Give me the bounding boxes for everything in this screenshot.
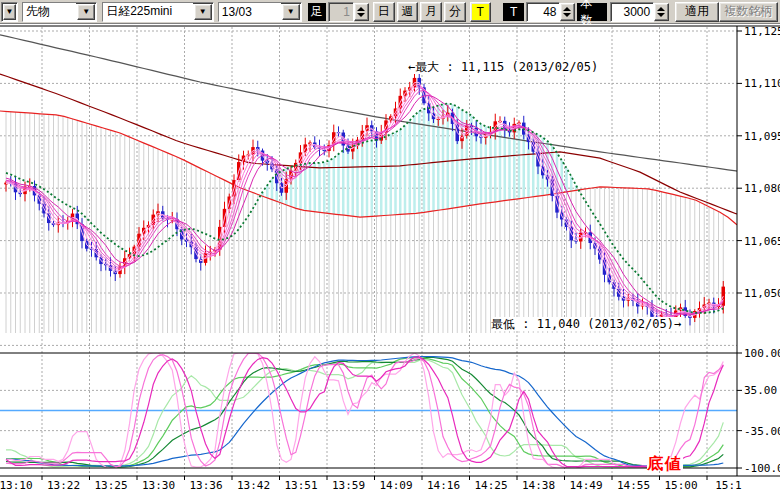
svg-text:100.00: 100.00 bbox=[744, 347, 780, 360]
price-chart-canvas[interactable]: 11,12511,11011,09511,08011,06511,050100.… bbox=[0, 24, 780, 501]
svg-text:13:10: 13:10 bbox=[0, 479, 33, 492]
svg-text:13:30: 13:30 bbox=[142, 479, 175, 492]
spinner-arrows-icon[interactable] bbox=[654, 3, 669, 21]
svg-text:13:42: 13:42 bbox=[237, 479, 270, 492]
svg-text:-35.00: -35.00 bbox=[744, 425, 780, 438]
spinner-arrows-icon[interactable] bbox=[354, 3, 369, 21]
market-select-value: 先物 bbox=[23, 3, 76, 21]
count-stepper[interactable]: 3000 bbox=[610, 2, 669, 22]
svg-text:14:25: 14:25 bbox=[474, 479, 507, 492]
symbol-select[interactable]: 日経225mini ▼ bbox=[102, 2, 214, 22]
market-select[interactable]: 先物 ▼ bbox=[22, 2, 97, 22]
svg-text:13:36: 13:36 bbox=[189, 479, 222, 492]
svg-text:35.00: 35.00 bbox=[744, 384, 777, 397]
min-price-annotation: 最低 : 11,040 (2013/02/05)→ bbox=[491, 317, 681, 331]
ashi-label: 足 bbox=[308, 3, 326, 21]
period-minute-button[interactable]: 分 bbox=[444, 2, 466, 22]
svg-text:14:38: 14:38 bbox=[522, 479, 555, 492]
svg-text:15:00: 15:00 bbox=[664, 479, 697, 492]
svg-text:-100.00: -100.00 bbox=[744, 462, 780, 475]
bars-stepper[interactable]: 48 bbox=[526, 2, 575, 22]
svg-text:11,050: 11,050 bbox=[744, 287, 780, 300]
chevron-down-icon[interactable]: ▼ bbox=[3, 4, 16, 20]
honsu-label: 本数 bbox=[577, 3, 607, 21]
max-price-annotation: ←最大 : 11,115 (2013/02/05) bbox=[408, 60, 598, 74]
tick-toggle-button[interactable]: T bbox=[470, 2, 491, 22]
period-week-button[interactable]: 週 bbox=[397, 2, 419, 22]
svg-text:11,110: 11,110 bbox=[744, 77, 780, 90]
svg-text:13:51: 13:51 bbox=[284, 479, 317, 492]
chevron-down-icon[interactable]: ▼ bbox=[282, 4, 300, 20]
svg-text:15:1: 15:1 bbox=[715, 479, 742, 492]
period-month-button[interactable]: 月 bbox=[420, 2, 442, 22]
svg-text:14:49: 14:49 bbox=[569, 479, 602, 492]
svg-text:11,080: 11,080 bbox=[744, 182, 780, 195]
toolbar: ▼ 先物 ▼ 日経225mini ▼ 13/03 ▼ 足 1 日 週 月 分 T… bbox=[0, 0, 780, 24]
spinner-arrows-icon[interactable] bbox=[560, 3, 575, 21]
chevron-down-icon[interactable]: ▼ bbox=[77, 4, 95, 20]
svg-text:14:55: 14:55 bbox=[617, 479, 650, 492]
svg-text:13:25: 13:25 bbox=[94, 479, 127, 492]
contract-month-value: 13/03 bbox=[219, 3, 281, 21]
contract-month-select[interactable]: 13/03 ▼ bbox=[218, 2, 302, 22]
chevron-down-icon[interactable]: ▼ bbox=[194, 4, 212, 20]
count-value[interactable]: 3000 bbox=[610, 2, 654, 22]
left-partial-combobox[interactable]: ▼ bbox=[1, 2, 18, 22]
svg-text:11,065: 11,065 bbox=[744, 235, 780, 248]
svg-text:13:22: 13:22 bbox=[47, 479, 80, 492]
chart-area: 11,12511,11011,09511,08011,06511,050100.… bbox=[0, 24, 780, 501]
interval-value[interactable]: 1 bbox=[328, 2, 354, 22]
period-day-button[interactable]: 日 bbox=[373, 2, 395, 22]
symbol-select-value: 日経225mini bbox=[103, 3, 193, 21]
svg-text:11,125: 11,125 bbox=[744, 25, 780, 38]
svg-text:11,095: 11,095 bbox=[744, 130, 780, 143]
svg-text:14:16: 14:16 bbox=[427, 479, 460, 492]
multi-symbol-button[interactable]: 複数銘柄 bbox=[719, 2, 778, 22]
bottom-price-label: 底値 bbox=[647, 457, 683, 471]
apply-button[interactable]: 適用 bbox=[675, 2, 719, 22]
interval-stepper[interactable]: 1 bbox=[328, 2, 369, 22]
t-label: T bbox=[503, 3, 525, 21]
svg-text:14:09: 14:09 bbox=[379, 479, 412, 492]
bars-value[interactable]: 48 bbox=[526, 2, 560, 22]
trading-chart-window: ▼ 先物 ▼ 日経225mini ▼ 13/03 ▼ 足 1 日 週 月 分 T… bbox=[0, 0, 780, 501]
svg-text:13:59: 13:59 bbox=[332, 479, 365, 492]
